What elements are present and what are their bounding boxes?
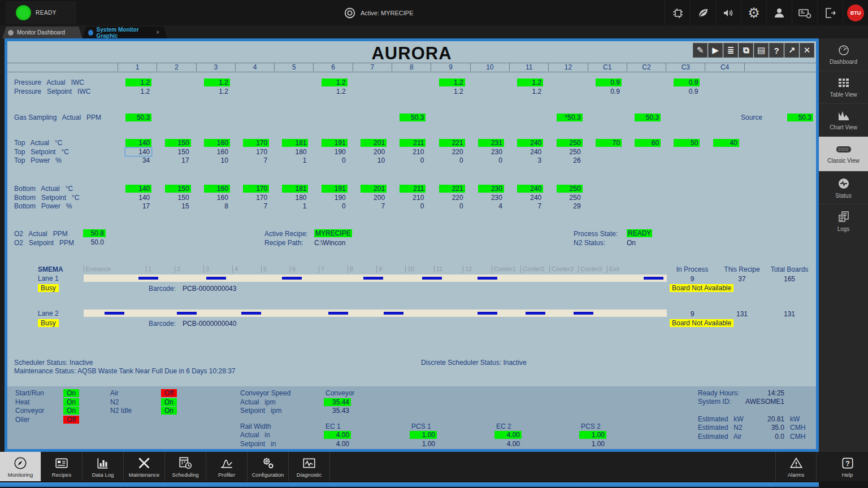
nav-help[interactable]: ? Help bbox=[827, 452, 868, 481]
sidebar-item-classic-view[interactable]: Classic View bbox=[819, 137, 868, 172]
scheduling-icon bbox=[178, 456, 193, 470]
cell-pressure-setpoint-9[interactable]: 1.2 bbox=[431, 88, 470, 95]
profiler-icon bbox=[219, 456, 234, 470]
value: 230 bbox=[478, 194, 504, 202]
sound-button[interactable] bbox=[715, 0, 741, 25]
pcs-1-setpoint[interactable]: 1.00 bbox=[410, 440, 437, 448]
nav-monitoring[interactable]: Monitoring bbox=[0, 452, 41, 481]
conveyor-setpoint[interactable]: 35.43 bbox=[324, 407, 351, 415]
cell-bottom-setpoint-11[interactable]: 240 bbox=[509, 194, 548, 202]
cell-bottom-setpoint-3[interactable]: 160 bbox=[196, 194, 235, 202]
cell-top-power-4: 7 bbox=[235, 156, 274, 164]
help-icon: ? bbox=[840, 456, 855, 470]
cell-pressure-setpoint-C3[interactable]: 0.9 bbox=[666, 88, 705, 95]
cell-top-actual-12: 250 bbox=[548, 139, 587, 147]
value-box: 250 bbox=[557, 139, 583, 147]
cell-bottom-setpoint-5[interactable]: 180 bbox=[274, 194, 313, 202]
cell-top-setpoint-9[interactable]: 220 bbox=[431, 148, 470, 156]
tab-close-icon[interactable]: × bbox=[156, 29, 159, 36]
notes-icon[interactable]: ≣ bbox=[723, 43, 738, 58]
sidebar-label: Status bbox=[835, 193, 851, 199]
cell-pressure-setpoint-11[interactable]: 1.2 bbox=[509, 88, 548, 95]
report-icon[interactable]: ✎ bbox=[693, 43, 708, 58]
cell-pressure-setpoint-1[interactable]: 1.2 bbox=[118, 88, 157, 95]
value-box: 240 bbox=[517, 139, 543, 147]
column-header-C2: C2 bbox=[627, 63, 666, 71]
ec-2-actual: 4.00 bbox=[494, 431, 522, 439]
cell-bottom-setpoint-12[interactable]: 250 bbox=[548, 194, 587, 202]
view-sidebar: Dashboard Table View Chart View Classic … bbox=[819, 38, 868, 452]
cell-pressure-setpoint-C1[interactable]: 0.9 bbox=[588, 88, 627, 95]
ec-2-setpoint[interactable]: 4.00 bbox=[494, 440, 522, 448]
cell-top-setpoint-4[interactable]: 170 bbox=[235, 148, 274, 156]
nav-scheduling[interactable]: Scheduling bbox=[165, 452, 206, 481]
print-icon[interactable]: ▤ bbox=[754, 43, 769, 58]
cell-top-actual-7: 201 bbox=[353, 139, 392, 147]
logout-button[interactable] bbox=[817, 0, 843, 25]
play-icon[interactable]: ▶ bbox=[708, 43, 723, 58]
cell-top-setpoint-3[interactable]: 160 bbox=[196, 148, 235, 156]
sidebar-item-dashboard[interactable]: Dashboard bbox=[819, 38, 868, 71]
value: 7 bbox=[243, 156, 269, 164]
user-button[interactable] bbox=[766, 0, 792, 25]
license-button[interactable] bbox=[792, 0, 817, 25]
cell-bottom-setpoint-10[interactable]: 230 bbox=[470, 194, 509, 202]
value: 190 bbox=[322, 194, 348, 202]
nav-maintenance[interactable]: Maintenance bbox=[124, 452, 165, 481]
nav-recipes[interactable]: Recipes bbox=[41, 452, 83, 481]
cell-top-actual-9: 221 bbox=[431, 139, 470, 147]
cell-top-setpoint-7[interactable]: 200 bbox=[353, 148, 392, 156]
nav-data-log[interactable]: Data Log bbox=[83, 452, 124, 481]
ec-1-setpoint[interactable]: 4.00 bbox=[324, 440, 351, 448]
layout-button[interactable] bbox=[665, 0, 690, 25]
cell-pressure-setpoint-3[interactable]: 1.2 bbox=[196, 88, 235, 95]
pcs-2-setpoint[interactable]: 1.00 bbox=[579, 440, 606, 448]
cell-top-power-8: 0 bbox=[392, 156, 431, 164]
cell-top-setpoint-11[interactable]: 240 bbox=[509, 148, 548, 156]
cell-top-setpoint-8[interactable]: 210 bbox=[392, 148, 431, 156]
cell-top-setpoint-12[interactable]: 250 bbox=[548, 148, 587, 156]
cell-bottom-setpoint-2[interactable]: 150 bbox=[157, 194, 196, 202]
maintenance-tools-icon bbox=[137, 456, 151, 470]
nav-alarms[interactable]: Alarms bbox=[775, 452, 817, 481]
bottom-blue-bar bbox=[0, 482, 819, 487]
cell-top-actual-6: 191 bbox=[313, 139, 352, 147]
stats-header-in-process: In Process bbox=[667, 265, 718, 273]
cell-top-setpoint-5[interactable]: 180 bbox=[274, 148, 313, 156]
help-icon[interactable]: ? bbox=[769, 43, 784, 58]
status-label-2-0: Air bbox=[110, 389, 119, 397]
cell-top-setpoint-1[interactable]: 140 bbox=[118, 148, 157, 156]
close-icon[interactable]: ✕ bbox=[800, 43, 814, 58]
lane-stat: 131 bbox=[764, 310, 815, 318]
cell-top-setpoint-2[interactable]: 150 bbox=[157, 148, 196, 156]
leaf-icon bbox=[696, 6, 710, 20]
nav-configuration[interactable]: Configuration bbox=[248, 452, 289, 481]
o2-setpoint-value[interactable]: 50.0 bbox=[83, 238, 106, 246]
cell-bottom-setpoint-9[interactable]: 220 bbox=[431, 194, 470, 202]
cell-bottom-setpoint-8[interactable]: 210 bbox=[392, 194, 431, 202]
cell-bottom-setpoint-7[interactable]: 200 bbox=[353, 194, 392, 202]
tab-system-monitor-graphic[interactable]: System Monitor Graphic × bbox=[83, 27, 167, 38]
column-header-C1: C1 bbox=[588, 63, 627, 71]
settings-button[interactable]: ⚙ bbox=[741, 0, 766, 25]
cell-top-setpoint-10[interactable]: 230 bbox=[470, 148, 509, 156]
column-header-4: 4 bbox=[235, 63, 274, 71]
lane-1: Lane 1937165BusyBarcode:PCB-0000000043Bo… bbox=[7, 274, 816, 303]
tab-monitor-dashboard[interactable]: Monitor Dashboard bbox=[2, 27, 83, 38]
sidebar-item-chart-view[interactable]: Chart View bbox=[819, 104, 868, 137]
configuration-gears-icon bbox=[261, 456, 275, 470]
nav-profiler[interactable]: Profiler bbox=[206, 452, 248, 481]
cell-bottom-setpoint-4[interactable]: 170 bbox=[235, 194, 274, 202]
expand-icon[interactable]: ↗ bbox=[784, 43, 799, 58]
cell-pressure-setpoint-6[interactable]: 1.2 bbox=[313, 88, 352, 95]
sidebar-item-logs[interactable]: Logs bbox=[819, 204, 868, 237]
cell-top-setpoint-6[interactable]: 190 bbox=[313, 148, 352, 156]
eco-mode-button[interactable] bbox=[690, 0, 715, 25]
copy-icon[interactable]: ⧉ bbox=[739, 43, 753, 58]
nav-diagnostic[interactable]: Diagnostic bbox=[289, 452, 330, 481]
cell-bottom-setpoint-6[interactable]: 190 bbox=[313, 194, 352, 202]
cell-bottom-setpoint-1[interactable]: 140 bbox=[118, 194, 157, 202]
value: 0 bbox=[400, 156, 426, 164]
sidebar-item-status[interactable]: Status bbox=[819, 172, 868, 204]
sidebar-item-table-view[interactable]: Table View bbox=[819, 71, 868, 104]
